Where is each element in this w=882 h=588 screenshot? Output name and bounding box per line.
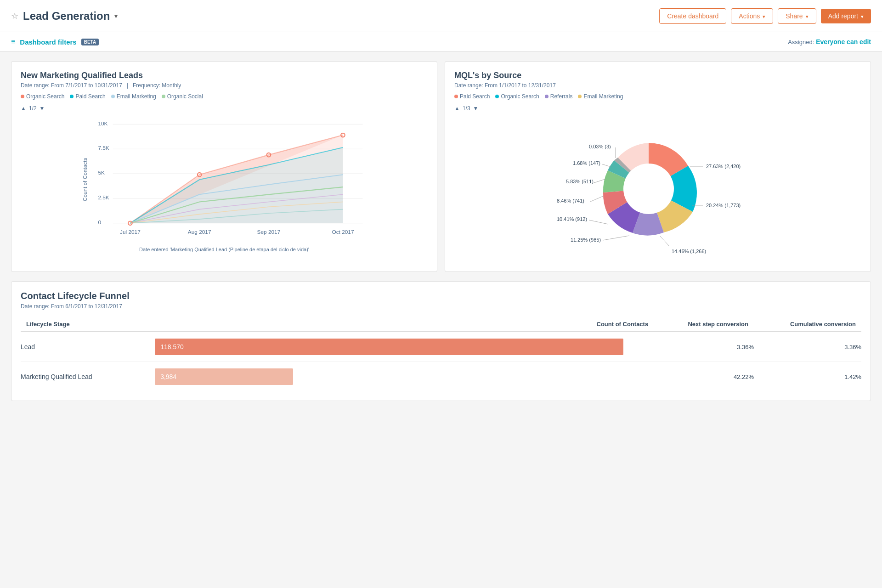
legend-item: Email Marketing [111, 93, 156, 100]
actions-button[interactable]: Actions [731, 8, 773, 24]
row-next-step: 42.22% [654, 362, 754, 392]
donut-chart-next-arrow[interactable]: ▼ [473, 105, 479, 112]
line-chart: 10K 7.5K 5K 2.5K 0 Count of Contacts Jul… [21, 115, 428, 244]
svg-text:7.5K: 7.5K [98, 145, 109, 151]
donut-chart-prev-arrow[interactable]: ▲ [454, 105, 460, 112]
col-next-step: Next step conversion [654, 317, 754, 332]
col-cumulative: Cumulative conversion [754, 317, 861, 332]
legend-label: Referrals [550, 93, 573, 100]
svg-text:Jul 2017: Jul 2017 [120, 229, 141, 235]
beta-badge: BETA [81, 39, 99, 45]
legend-item: Email Marketing [578, 93, 623, 100]
legend-item: Referrals [545, 93, 573, 100]
row-cumulative: 1.42% [754, 362, 861, 392]
legend-label: Email Marketing [117, 93, 156, 100]
line-chart-prev-arrow[interactable]: ▲ [21, 105, 26, 112]
row-bar-cell: 3,984 [149, 362, 654, 392]
legend-dot [454, 95, 458, 98]
svg-text:20.24% (1,773): 20.24% (1,773) [706, 203, 741, 208]
line-chart-nav: ▲ 1/2 ▼ [21, 105, 428, 112]
filter-bar: ≡ Dashboard filters BETA Assigned: Every… [0, 32, 882, 52]
svg-text:5K: 5K [98, 170, 105, 176]
row-cumulative: 3.36% [754, 332, 861, 362]
share-button[interactable]: Share [778, 8, 816, 24]
donut-chart-nav: ▲ 1/3 ▼ [454, 105, 861, 112]
actions-dropdown-icon [763, 12, 765, 20]
col-lifecycle: Lifecycle Stage [21, 317, 149, 332]
table-row: Marketing Qualified Lead 3,984 42.22% 1.… [21, 362, 861, 392]
add-report-dropdown-icon [861, 12, 864, 20]
bar-wrapper: 118,570 [155, 336, 648, 358]
bar-fill: 118,570 [155, 339, 623, 355]
header-left: ☆ Lead Generation [11, 10, 118, 23]
main-content: New Marketing Qualified Leads Date range… [0, 52, 882, 410]
legend-label: Email Marketing [583, 93, 623, 100]
line-chart-next-arrow[interactable]: ▼ [40, 105, 45, 112]
filter-left: ≡ Dashboard filters BETA [11, 38, 99, 46]
legend-item: Organic Search [495, 93, 539, 100]
svg-text:Count of Contacts: Count of Contacts [82, 158, 88, 202]
legend-dot [70, 95, 74, 98]
svg-point-22 [623, 164, 674, 214]
donut-chart-card: MQL's by Source Date range: From 1/1/201… [445, 61, 871, 272]
legend-item: Organic Search [21, 93, 64, 100]
charts-row: New Marketing Qualified Leads Date range… [11, 61, 871, 272]
legend-item: Paid Search [454, 93, 490, 100]
filter-icon: ≡ [11, 38, 15, 46]
svg-text:0: 0 [98, 219, 101, 226]
line-chart-card: New Marketing Qualified Leads Date range… [11, 61, 437, 272]
donut-chart: 27.63% (2,420) 20.24% (1,773) 14.46% (1,… [454, 115, 861, 262]
legend-label: Organic Search [501, 93, 539, 100]
svg-line-34 [660, 236, 669, 246]
assigned-value[interactable]: Everyone can edit [816, 38, 871, 45]
svg-text:10K: 10K [98, 120, 107, 127]
line-chart-subtitle: Date range: From 7/1/2017 to 10/31/2017 … [21, 82, 428, 89]
svg-text:1.68% (147): 1.68% (147) [573, 160, 600, 166]
legend-dot [111, 95, 115, 98]
dashboard-filters-title[interactable]: Dashboard filters [20, 38, 76, 46]
line-chart-x-label: Date entered 'Marketing Qualified Lead (… [21, 247, 428, 252]
donut-chart-legend: Paid SearchOrganic SearchReferralsEmail … [454, 93, 861, 100]
create-dashboard-button[interactable]: Create dashboard [659, 8, 726, 24]
svg-text:8.46% (741): 8.46% (741) [557, 198, 584, 204]
star-icon[interactable]: ☆ [11, 11, 18, 21]
share-dropdown-icon [806, 12, 808, 20]
svg-text:Oct 2017: Oct 2017 [332, 229, 354, 235]
svg-line-37 [590, 196, 604, 202]
add-report-button[interactable]: Add report [821, 9, 871, 23]
row-label: Lead [21, 332, 149, 362]
legend-dot [545, 95, 548, 98]
legend-dot [21, 95, 24, 98]
svg-text:Sep 2017: Sep 2017 [257, 229, 281, 235]
header: ☆ Lead Generation Create dashboard Actio… [0, 0, 882, 32]
line-chart-legend: Organic SearchPaid SearchEmail Marketing… [21, 93, 428, 100]
svg-text:14.46% (1,266): 14.46% (1,266) [672, 249, 706, 254]
svg-line-35 [603, 236, 629, 240]
funnel-title: Contact Lifecycle Funnel [21, 291, 861, 301]
svg-text:27.63% (2,420): 27.63% (2,420) [706, 164, 741, 169]
funnel-subtitle: Date range: From 6/1/2017 to 12/31/2017 [21, 303, 861, 310]
funnel-card: Contact Lifecycle Funnel Date range: Fro… [11, 281, 871, 401]
row-bar-cell: 118,570 [149, 332, 654, 362]
line-chart-nav-label: 1/2 [29, 105, 37, 112]
bar-wrapper: 3,984 [155, 366, 648, 388]
row-next-step: 3.36% [654, 332, 754, 362]
page-title: Lead Generation [23, 10, 110, 23]
legend-label: Organic Social [167, 93, 203, 100]
svg-text:0.03% (3): 0.03% (3) [589, 144, 611, 149]
funnel-table: Lifecycle Stage Count of Contacts Next s… [21, 317, 861, 391]
title-dropdown-icon[interactable] [114, 12, 118, 20]
svg-line-36 [589, 220, 608, 224]
header-right: Create dashboard Actions Share Add repor… [659, 8, 871, 24]
legend-dot [495, 95, 499, 98]
legend-label: Paid Search [75, 93, 105, 100]
row-label: Marketing Qualified Lead [21, 362, 149, 392]
assigned-label: Assigned: [788, 39, 814, 45]
legend-dot [162, 95, 165, 98]
svg-text:11.25% (985): 11.25% (985) [571, 237, 601, 243]
svg-text:5.83% (511): 5.83% (511) [566, 179, 594, 184]
filter-right: Assigned: Everyone can edit [788, 38, 871, 45]
bar-fill: 3,984 [155, 368, 293, 385]
col-count: Count of Contacts [149, 317, 654, 332]
donut-chart-title: MQL's by Source [454, 71, 861, 80]
